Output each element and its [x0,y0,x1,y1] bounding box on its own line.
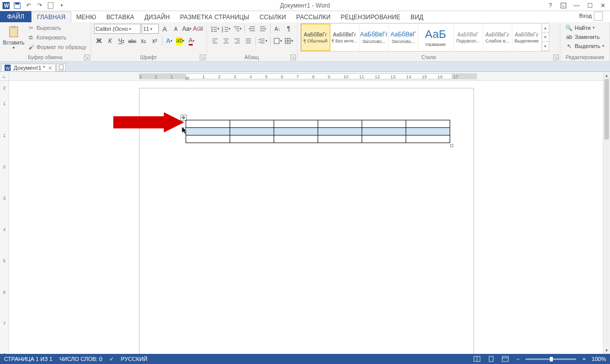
bullets-button[interactable]: ▾ [210,24,220,34]
subscript-button[interactable]: x₂ [139,36,149,46]
style-gallery-expand[interactable]: ▾ [542,42,549,51]
style-subtle[interactable]: АаБбВвГгСлабое в... [483,24,512,51]
ribbon-options-button[interactable] [557,1,570,11]
font-name-combo[interactable]: Calibri (Осно▾ [94,24,141,34]
signin-link[interactable]: Вход [575,10,610,22]
style-scroll-down[interactable]: ▾ [542,33,549,42]
borders-button[interactable]: ▾ [284,36,294,46]
tab-review[interactable]: РЕЦЕНЗИРОВАНИЕ [336,12,406,22]
status-language[interactable]: РУССКИЙ [121,356,147,362]
strike-button[interactable]: abc [127,36,138,46]
zoom-value[interactable]: 100% [592,356,606,362]
tab-file[interactable]: ФАЙЛ [0,11,31,22]
status-page[interactable]: СТРАНИЦА 1 ИЗ 1 [4,356,53,362]
align-left-button[interactable] [210,36,220,46]
align-right-button[interactable] [232,36,242,46]
new-doc-button[interactable] [46,1,56,11]
line-spacing-button[interactable]: ▾ [258,36,268,46]
sort-button[interactable]: A↓ [273,24,283,34]
scroll-down-button[interactable]: ▾ [603,347,610,354]
word-icon[interactable]: W [1,1,11,11]
scroll-up-button[interactable]: ▴ [603,72,610,79]
style-scroll-up[interactable]: ▴ [542,24,549,33]
style-nospacing[interactable]: АаБбВвГг¶ Без инте... [330,24,360,51]
view-read-button[interactable] [472,355,482,363]
indent-marker[interactable] [185,77,189,80]
copy-button[interactable]: ⧉Копировать [26,33,88,42]
doc-tab-close[interactable]: ✕ [48,65,52,71]
tab-design[interactable]: ДИЗАЙН [139,12,175,22]
zoom-out-button[interactable]: − [514,356,521,362]
justify-button[interactable] [243,36,253,46]
scroll-thumb[interactable] [604,79,609,140]
style-normal[interactable]: АаБбВвГг¶ Обычный [301,24,330,51]
document-area[interactable]: ✥ + [9,81,603,354]
shading-button[interactable]: ▾ [273,36,283,46]
indent-button[interactable] [258,24,268,34]
tab-selector[interactable]: ∟ [0,72,9,81]
tab-home[interactable]: ГЛАВНАЯ [31,12,71,22]
status-words[interactable]: ЧИСЛО СЛОВ: 0 [60,356,103,362]
maximize-button[interactable]: ☐ [584,1,596,11]
undo-button[interactable]: ↶ [23,1,33,11]
styles-dialog-button[interactable]: ↘ [553,55,559,60]
font-dialog-button[interactable]: ↘ [200,55,205,60]
minimize-button[interactable]: — [571,1,583,11]
table-resize-handle[interactable] [450,144,453,147]
clear-format-button[interactable]: A⌫ [193,24,203,34]
find-button[interactable]: 🔍Найти ▾ [563,23,606,32]
table-row[interactable] [186,135,450,143]
select-button[interactable]: ↖Выделить ▾ [563,41,606,51]
tab-menu[interactable]: Меню [71,12,102,22]
tab-layout[interactable]: РАЗМЕТКА СТРАНИЦЫ [175,12,254,22]
format-painter-button[interactable]: 🖌Формат по образцу [26,42,88,52]
show-marks-button[interactable]: ¶ [284,24,294,34]
cut-button[interactable]: ✂Вырезать [26,23,88,32]
qat-more-button[interactable]: ▾ [57,1,67,11]
clipboard-dialog-button[interactable]: ↘ [84,55,90,60]
doc-tab[interactable]: W Документ1 * ✕ [1,64,56,71]
font-color-button[interactable]: A▾ [187,36,197,46]
bold-button[interactable]: Ж [94,36,104,46]
vertical-scrollbar[interactable]: ▴ ▾ [603,72,610,354]
view-web-button[interactable] [500,355,510,363]
grow-font-button[interactable]: A [160,24,170,34]
tab-references[interactable]: ССЫЛКИ [254,12,291,22]
table-row[interactable] [186,120,450,128]
style-heading2[interactable]: АаБбВвГЗаголово... [389,24,418,51]
style-subtitle[interactable]: АаБбВвГПодзагол... [454,24,483,51]
paste-button[interactable]: Вставить ▾ [3,23,24,53]
highlight-button[interactable]: ab▾ [176,36,186,46]
multilevel-button[interactable]: ▾ [232,24,242,34]
redo-button[interactable]: ↷ [34,1,45,11]
style-emphasis[interactable]: АаБбВвГгВыделение [512,24,542,51]
horizontal-ruler[interactable]: 3211234567891011121314151617 [9,72,603,81]
paragraph-dialog-button[interactable]: ↘ [290,55,296,60]
zoom-slider[interactable] [526,358,576,360]
tab-mailings[interactable]: РАССЫЛКИ [291,12,336,22]
save-button[interactable] [12,1,22,11]
underline-button[interactable]: Ч▾ [116,36,126,46]
new-doc-tab[interactable] [57,63,66,71]
style-heading1[interactable]: АаБбВвГгЗаголово... [360,24,389,51]
table-row[interactable] [186,128,450,135]
vertical-ruler[interactable]: 2112345678 [0,81,9,354]
font-size-combo[interactable]: 11▾ [142,24,159,34]
zoom-in-button[interactable]: + [580,356,587,362]
close-button[interactable]: ✕ [597,1,609,11]
change-case-button[interactable]: Aa▾ [182,24,192,34]
outdent-button[interactable] [247,24,257,34]
status-proofing-icon[interactable]: ✓ [109,356,114,362]
document-table[interactable] [186,120,450,143]
zoom-knob[interactable] [550,357,553,361]
text-effects-button[interactable]: A▾ [164,36,175,46]
tab-insert[interactable]: ВСТАВКА [101,12,139,22]
italic-button[interactable]: К [105,36,115,46]
style-title[interactable]: АаБНазвание [418,24,454,51]
align-center-button[interactable] [221,36,231,46]
superscript-button[interactable]: x² [150,36,160,46]
view-print-button[interactable] [486,355,496,363]
help-button[interactable]: ? [544,1,556,11]
shrink-font-button[interactable]: A [171,24,181,34]
tab-view[interactable]: ВИД [406,12,428,22]
